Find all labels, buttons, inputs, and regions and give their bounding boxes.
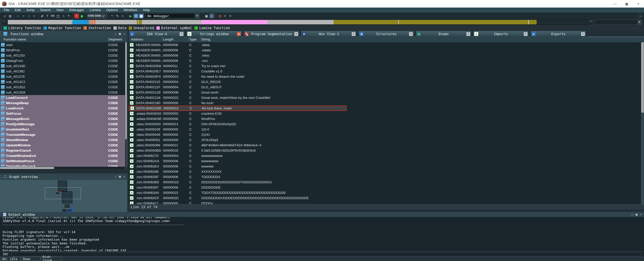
open-file-icon[interactable]: ▱ [3, 14, 7, 18]
scrollbar-thumb[interactable] [125, 42, 127, 139]
scrollbar-thumb[interactable] [641, 42, 644, 113]
back-dropdown-icon[interactable]: ▾ [21, 14, 26, 18]
toolbar-overflow-icon[interactable]: » [638, 14, 642, 18]
patch-icon[interactable]: * [110, 14, 114, 18]
graph-viewport-rect[interactable] [45, 187, 81, 199]
functions-header[interactable]: Function name Segment [0, 37, 127, 42]
tab-ida-view-a[interactable]: ≡IDA View-A× [129, 31, 185, 37]
data-bytes-icon[interactable]: # [40, 14, 45, 18]
tab-exports[interactable]: ⇗Exports× [530, 31, 586, 37]
nav-band-segment[interactable] [334, 20, 398, 24]
graph-overview-titlebar[interactable]: Graph overview □▣× [0, 173, 127, 180]
column-divider[interactable] [200, 37, 200, 42]
problem-icon[interactable]: ! [74, 14, 79, 18]
menu-file[interactable]: File [1, 8, 12, 13]
float-icon[interactable]: ▣ [118, 175, 122, 179]
nav-band-segment[interactable] [94, 20, 95, 24]
function-row[interactable]: fRegisterClassACODE [0, 148, 127, 153]
function-row[interactable]: fUpdateWindowCODE [0, 143, 127, 148]
close-icon[interactable]: × [639, 212, 643, 217]
string-row[interactable]: sDATA:0040211F0000000ACDLG_ABOUT [129, 84, 644, 90]
chevron-down-icon[interactable]: ▼ [195, 14, 199, 18]
column-divider[interactable] [188, 37, 188, 42]
function-row[interactable]: fDefWindowProcACODE [0, 158, 127, 164]
function-row[interactable]: fLoadIconACODE [0, 106, 127, 111]
menu-search[interactable]: Search [37, 8, 54, 13]
tab-strings-window[interactable]: sStrings window× [186, 31, 242, 37]
tab-close-icon[interactable]: × [466, 32, 470, 36]
function-row[interactable]: fsub_401362CODE [0, 69, 127, 74]
menu-debugger[interactable]: Debugger [66, 8, 87, 13]
shortcuts-icon[interactable]: + [223, 14, 227, 18]
close-icon[interactable]: × [122, 32, 126, 36]
string-row[interactable]: s.rsrc:004062700000000ACxwwwwwwww [129, 153, 644, 158]
minimize-button[interactable]: — [609, 0, 621, 8]
functions-window-titlebar[interactable]: f Functions window □▣× [0, 31, 127, 37]
tab-close-icon[interactable]: × [352, 32, 355, 36]
nav-band-segment[interactable] [202, 20, 267, 24]
nav-band-segment[interactable] [139, 20, 142, 24]
column-header[interactable]: Segment [108, 37, 122, 41]
tab-imports[interactable]: ⇣Imports× [473, 31, 529, 37]
string-row[interactable]: s.reloc:0040504900000005C2)242 [129, 132, 644, 137]
tab-close-icon[interactable]: × [294, 32, 298, 36]
function-row[interactable]: fPostQuitMessageCODE [0, 121, 127, 127]
string-row[interactable]: s.edata:0040403E00000008CWndProc [129, 116, 644, 121]
debugger-select[interactable]: No debugger▼ [145, 13, 199, 18]
function-row[interactable]: fstartCODE [0, 42, 127, 48]
function-row[interactable]: fsub_40134DCODE [0, 63, 127, 69]
menu-view[interactable]: View [54, 8, 66, 13]
nav-band-segment[interactable] [89, 20, 91, 24]
string-row[interactable]: s.rsrc:0040639700000008CDDDDDDDE [129, 185, 644, 190]
string-row[interactable]: s.reloc:0040500D00000013C030=0F0K0X0i0o0… [129, 121, 644, 127]
function-row[interactable]: fsub_4013D2CODE [0, 84, 127, 90]
make-code-icon[interactable]: CODE [88, 14, 94, 18]
attach-script-icon[interactable]: ▣ [204, 14, 209, 18]
nav-band-segment[interactable] [137, 20, 138, 24]
menu-windows[interactable]: Windows [121, 8, 140, 13]
restore-icon[interactable]: □ [113, 175, 118, 179]
stop-icon[interactable]: ■ [139, 14, 144, 18]
start-debug-icon[interactable]: ▶ [128, 14, 133, 18]
data-text-icon[interactable]: T [45, 14, 50, 18]
string-row[interactable]: s.rsrc:004062AA00000008Cwwwwwww [129, 158, 644, 164]
menu-lumina[interactable]: Lumina [87, 8, 103, 13]
drag-handle[interactable] [1, 20, 2, 25]
column-divider[interactable] [107, 37, 107, 42]
string-row[interactable]: sDATA:004020F40000001CCNo need to disasm… [129, 74, 644, 79]
tab-enums[interactable]: ≡Enums× [416, 31, 471, 37]
drag-handle[interactable] [1, 31, 2, 36]
column-header[interactable]: Length [163, 37, 173, 41]
string-row[interactable]: s.rsrc:004062E400000006Cwwwww [129, 164, 644, 169]
string-row[interactable]: s.rsrc:0040641200000005CDDDGx [129, 201, 644, 204]
scrollbar-thumb[interactable] [0, 167, 54, 169]
idc-prompt[interactable]: IDC [0, 252, 11, 256]
nav-band-arrows-icon[interactable]: ▸ ▸ [3, 20, 5, 22]
string-row[interactable]: s.rsrc:0040636D0000001DCDDDDDDDDDDDDDDDD… [129, 180, 644, 185]
string-row[interactable]: sDATA:004021290000000BCGood work! [129, 90, 644, 95]
function-row[interactable]: fWndProcCODE [0, 48, 127, 53]
tab-close-icon[interactable]: × [409, 32, 413, 36]
idc-command-input[interactable] [11, 252, 642, 256]
function-row[interactable]: fLoadCursorACODE [0, 95, 127, 100]
nav-band-segment[interactable] [529, 20, 537, 24]
string-row[interactable]: s.rsrc:004063A000000023CTDDXTDDDDDDDDDDD… [129, 190, 644, 195]
restore-icon[interactable]: □ [113, 32, 118, 36]
string-row[interactable]: sDATA:004020E70000000DCCrackMe v1.0 [129, 69, 644, 74]
tab-structures[interactable]: AStructures× [358, 31, 414, 37]
function-row[interactable]: fsub_4013C2CODE [0, 79, 127, 84]
nav-band-segment[interactable] [399, 20, 528, 24]
vertical-scrollbar[interactable] [641, 42, 644, 204]
vertical-scrollbar[interactable] [125, 42, 127, 167]
string-row[interactable]: sDATA:004021340000002CCGreat work, mate!… [129, 95, 644, 100]
menu-jump[interactable]: Jump [23, 8, 37, 13]
function-row[interactable]: fMessageBoxACODE [0, 116, 127, 121]
string-row[interactable]: sHEADER:00400...00000008C.reloc [129, 53, 644, 58]
tab-close-icon[interactable]: × [180, 32, 183, 36]
string-row[interactable]: s.edata:004040320000000CCcrackme.EXE [129, 111, 644, 116]
undefine-icon[interactable]: × [120, 14, 125, 18]
scripts-notebook-icon[interactable]: ▤ [217, 14, 222, 18]
back-icon[interactable]: ← [16, 14, 21, 18]
menu-edit[interactable]: Edit [12, 8, 23, 13]
output-window-titlebar[interactable]: Output window □▣× [0, 212, 644, 217]
